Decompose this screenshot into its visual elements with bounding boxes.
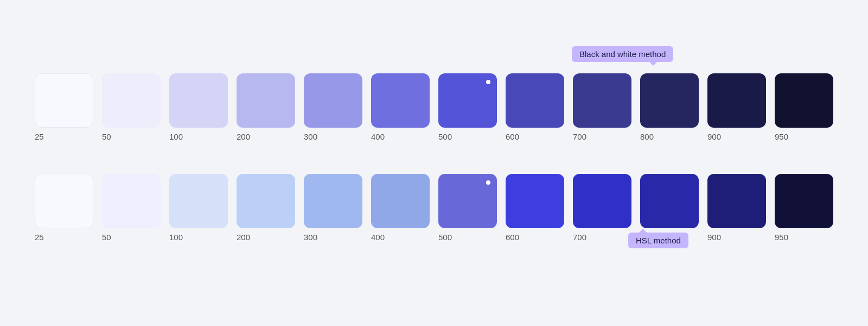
swatch-500[interactable]: [438, 174, 497, 228]
shade-label-100: 100: [169, 233, 183, 242]
swatch-50[interactable]: [102, 73, 161, 128]
shade-label-500: 500: [438, 233, 452, 242]
shade-label-900: 900: [707, 233, 721, 242]
swatch-25[interactable]: [35, 73, 93, 128]
swatch-700[interactable]: [573, 174, 631, 228]
both-rows: Black and white method 25501002003004005…: [35, 73, 833, 253]
shade-label-700: 700: [573, 132, 586, 141]
color-item-400: 400: [371, 73, 430, 141]
shade-label-900: 900: [707, 132, 721, 141]
color-item-900: 900: [707, 73, 766, 141]
color-item-50: 50: [102, 174, 161, 242]
hsl-tooltip-label: HSL method: [636, 236, 681, 245]
color-item-100: 100: [169, 174, 228, 242]
swatch-950[interactable]: [775, 174, 833, 228]
color-item-400: 400: [371, 174, 430, 242]
swatch-900[interactable]: [707, 73, 766, 128]
swatch-800[interactable]: [640, 73, 699, 128]
swatch-500[interactable]: [438, 73, 497, 128]
shade-label-800: 800: [640, 132, 654, 141]
shade-label-600: 600: [506, 233, 519, 242]
swatch-900[interactable]: [707, 174, 766, 228]
swatch-800[interactable]: [640, 174, 699, 228]
color-item-900: 900: [707, 174, 766, 242]
swatch-50[interactable]: [102, 174, 161, 228]
row2: 2550100200300400500600700800900950: [35, 174, 833, 242]
bw-tooltip: Black and white method: [572, 46, 673, 62]
swatch-950[interactable]: [775, 73, 833, 128]
row1-wrapper: 2550100200300400500600700800900950: [35, 73, 833, 141]
color-item-800: 800: [640, 73, 699, 141]
color-item-50: 50: [102, 73, 161, 141]
swatch-100[interactable]: [169, 174, 228, 228]
color-item-950: 950: [775, 174, 833, 242]
shade-label-400: 400: [371, 233, 385, 242]
hsl-tooltip: HSL method: [628, 233, 688, 248]
shade-label-500: 500: [438, 132, 452, 141]
shade-label-950: 950: [775, 132, 788, 141]
shade-label-200: 200: [237, 233, 250, 242]
swatch-600[interactable]: [506, 174, 564, 228]
color-item-100: 100: [169, 73, 228, 141]
color-item-25: 25: [35, 73, 93, 141]
swatch-300[interactable]: [304, 174, 362, 228]
shade-label-25: 25: [35, 132, 44, 141]
swatch-200[interactable]: [237, 174, 295, 228]
color-item-800: 800: [640, 174, 699, 242]
swatch-200[interactable]: [237, 73, 295, 128]
color-item-200: 200: [237, 174, 295, 242]
shade-label-400: 400: [371, 132, 385, 141]
color-item-700: 700: [573, 174, 631, 242]
swatch-600[interactable]: [506, 73, 564, 128]
color-item-300: 300: [304, 174, 362, 242]
bw-tooltip-label: Black and white method: [579, 49, 666, 59]
shade-label-950: 950: [775, 233, 788, 242]
swatch-400[interactable]: [371, 73, 430, 128]
shade-label-200: 200: [237, 132, 250, 141]
swatch-700[interactable]: [573, 73, 631, 128]
color-item-300: 300: [304, 73, 362, 141]
row2-wrapper: 2550100200300400500600700800900950 HSL m…: [35, 174, 833, 242]
color-item-700: 700: [573, 73, 631, 141]
swatch-400[interactable]: [371, 174, 430, 228]
main-container: Black and white method 25501002003004005…: [0, 0, 868, 326]
swatch-300[interactable]: [304, 73, 362, 128]
shade-label-50: 50: [102, 132, 111, 141]
shade-label-300: 300: [304, 132, 317, 141]
swatch-100[interactable]: [169, 73, 228, 128]
shade-label-700: 700: [573, 233, 586, 242]
shade-label-100: 100: [169, 132, 183, 141]
color-item-600: 600: [506, 73, 564, 141]
color-item-500: 500: [438, 73, 497, 141]
row1: 2550100200300400500600700800900950: [35, 73, 833, 141]
color-item-600: 600: [506, 174, 564, 242]
color-item-200: 200: [237, 73, 295, 141]
swatch-25[interactable]: [35, 174, 93, 228]
color-item-950: 950: [775, 73, 833, 141]
color-item-25: 25: [35, 174, 93, 242]
color-item-500: 500: [438, 174, 497, 242]
shade-label-25: 25: [35, 233, 44, 242]
shade-label-50: 50: [102, 233, 111, 242]
shade-label-600: 600: [506, 132, 519, 141]
shade-label-300: 300: [304, 233, 317, 242]
